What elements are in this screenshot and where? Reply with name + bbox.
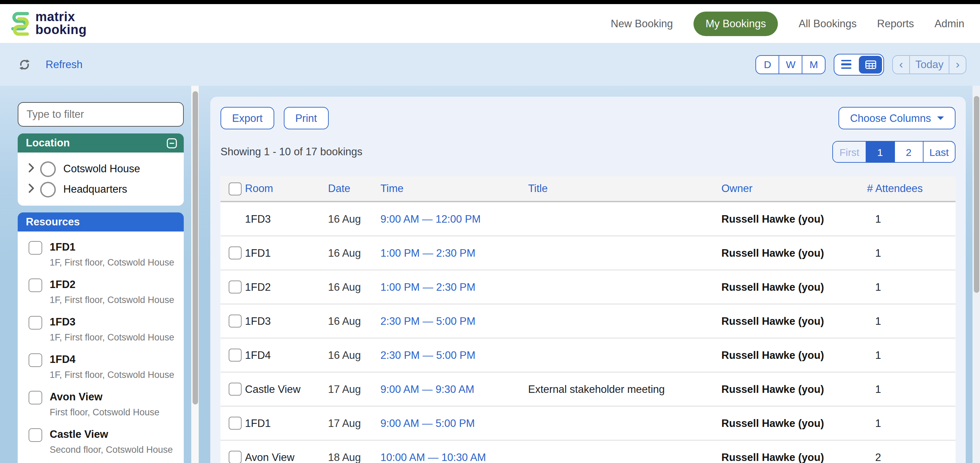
cell-owner: Russell Hawke (you) xyxy=(721,213,867,225)
next-button[interactable]: › xyxy=(950,56,966,73)
resource-checkbox[interactable] xyxy=(29,353,42,367)
page-scrollbar-thumb[interactable] xyxy=(974,96,979,293)
cell-room: 1FD4 xyxy=(245,349,328,361)
row-checkbox[interactable] xyxy=(229,349,242,362)
app-window: matrix booking New BookingMy BookingsAll… xyxy=(0,0,980,463)
bookings-panel: Export Print Choose Columns Showing 1 - … xyxy=(210,97,966,463)
resources-panel-body: 1FD11F, First floor, Cotswold House1FD21… xyxy=(18,232,184,463)
nav-item-new-booking[interactable]: New Booking xyxy=(611,18,673,30)
table-row: 1FD216 Aug1:00 PM — 2:30 PMRussell Hawke… xyxy=(221,270,956,304)
row-select-cell xyxy=(221,246,245,259)
cell-time-link[interactable]: 9:00 AM — 5:00 PM xyxy=(380,417,528,429)
location-item-cotswold-house[interactable]: Cotswold House xyxy=(18,159,184,179)
logo-icon xyxy=(10,10,30,37)
view-w-button[interactable]: W xyxy=(780,56,803,73)
pagination: First12Last xyxy=(833,141,956,163)
resource-checkbox[interactable] xyxy=(29,391,42,404)
column-header-title[interactable]: Title xyxy=(528,182,721,195)
page-scrollbar-track[interactable] xyxy=(972,86,980,463)
row-checkbox[interactable] xyxy=(229,451,242,463)
page-first-button: First xyxy=(833,142,866,162)
page-2-button[interactable]: 2 xyxy=(894,142,923,162)
prev-button[interactable]: ‹ xyxy=(893,56,910,73)
cell-time-link[interactable]: 2:30 PM — 5:00 PM xyxy=(380,349,528,361)
resource-checkbox[interactable] xyxy=(29,278,42,292)
location-item-label: Headquarters xyxy=(63,183,127,195)
table-body: 1FD316 Aug9:00 AM — 12:00 PMRussell Hawk… xyxy=(221,202,956,463)
calendar-controls: DWM xyxy=(756,53,966,75)
cell-attendees: 1 xyxy=(867,213,956,225)
nav-item-all-bookings[interactable]: All Bookings xyxy=(799,18,857,30)
filter-input[interactable] xyxy=(18,102,184,127)
resources-panel-header: Resources xyxy=(18,212,184,232)
list-view-button[interactable] xyxy=(835,54,858,75)
resource-checkbox[interactable] xyxy=(29,428,42,442)
export-button[interactable]: Export xyxy=(221,107,274,129)
view-d-button[interactable]: D xyxy=(756,56,780,73)
resource-name: 1FD2 xyxy=(50,278,184,291)
cell-room: Avon View xyxy=(245,451,328,463)
nav-item-reports[interactable]: Reports xyxy=(877,18,914,30)
cell-time-link[interactable]: 1:00 PM — 2:30 PM xyxy=(380,281,528,293)
location-panel-header: Location xyxy=(18,133,184,153)
row-checkbox[interactable] xyxy=(229,281,242,294)
cell-room: 1FD3 xyxy=(245,213,328,225)
row-select-cell xyxy=(221,315,245,327)
column-header-owner[interactable]: Owner xyxy=(721,182,867,195)
row-checkbox[interactable] xyxy=(229,246,242,259)
chevron-right-icon[interactable] xyxy=(28,162,40,175)
resource-checkbox[interactable] xyxy=(29,241,42,255)
resource-detail: 1F, First floor, Cotswold House xyxy=(50,295,184,306)
row-checkbox[interactable] xyxy=(229,315,242,327)
chevron-right-icon[interactable] xyxy=(28,183,40,196)
sidebar-scrollbar-thumb[interactable] xyxy=(192,91,198,404)
select-all-checkbox[interactable] xyxy=(229,182,242,195)
choose-columns-button[interactable]: Choose Columns xyxy=(838,107,956,129)
resource-detail: 1F, First floor, Cotswold House xyxy=(50,370,184,381)
resource-item-castle-view: Castle ViewSecond floor, Cotswold House xyxy=(29,428,184,455)
column-header-time[interactable]: Time xyxy=(380,182,528,195)
resource-name: 1FD1 xyxy=(50,240,184,254)
view-m-button[interactable]: M xyxy=(803,56,825,73)
column-header-date[interactable]: Date xyxy=(328,182,380,195)
resources-panel: Resources 1FD11F, First floor, Cotswold … xyxy=(18,212,184,463)
resource-name: Avon View xyxy=(50,390,184,404)
print-button[interactable]: Print xyxy=(284,107,329,129)
logo-text: matrix booking xyxy=(35,11,87,36)
nav-item-my-bookings[interactable]: My Bookings xyxy=(694,11,778,36)
row-checkbox[interactable] xyxy=(229,383,242,396)
sidebar-scrollbar-track[interactable] xyxy=(191,86,199,463)
grid-view-button[interactable] xyxy=(858,54,884,75)
cell-time-link[interactable]: 1:00 PM — 2:30 PM xyxy=(380,247,528,259)
filter-sidebar: Location Cotswold HouseHeadquarters Reso… xyxy=(18,86,184,463)
refresh-button[interactable]: Refresh xyxy=(18,58,83,70)
resource-detail: 1F, First floor, Cotswold House xyxy=(50,257,184,268)
row-checkbox[interactable] xyxy=(229,417,242,429)
location-radio[interactable] xyxy=(40,161,56,177)
collapse-icon[interactable] xyxy=(166,137,178,149)
cell-time-link[interactable]: 10:00 AM — 10:30 AM xyxy=(380,451,528,463)
cell-time-link[interactable]: 9:00 AM — 9:30 AM xyxy=(380,383,528,395)
page-last-button[interactable]: Last xyxy=(923,142,955,162)
page-1-button[interactable]: 1 xyxy=(866,142,894,162)
cell-time-link[interactable]: 2:30 PM — 5:00 PM xyxy=(380,315,528,327)
location-item-label: Cotswold House xyxy=(63,163,140,175)
resource-name: 1FD3 xyxy=(50,315,184,329)
today-button[interactable]: Today xyxy=(910,56,950,73)
resource-item-avon-view: Avon ViewFirst floor, Cotswold House xyxy=(29,390,184,418)
location-radio[interactable] xyxy=(40,182,56,197)
column-header-attendees[interactable]: # Attendees xyxy=(867,182,956,195)
nav-item-admin[interactable]: Admin xyxy=(934,18,964,30)
cell-date: 16 Aug xyxy=(328,213,380,225)
table-row: 1FD416 Aug2:30 PM — 5:00 PMRussell Hawke… xyxy=(221,338,956,372)
location-item-headquarters[interactable]: Headquarters xyxy=(18,180,184,199)
cell-time-link[interactable]: 9:00 AM — 12:00 PM xyxy=(380,213,528,225)
resource-checkbox[interactable] xyxy=(29,316,42,330)
top-navigation: New BookingMy BookingsAll BookingsReport… xyxy=(611,11,964,36)
column-header-room[interactable]: Room xyxy=(245,182,328,195)
list-icon xyxy=(841,59,851,69)
cell-owner: Russell Hawke (you) xyxy=(721,383,867,395)
view-toggle-group xyxy=(834,53,885,75)
resource-detail: Second floor, Cotswold House xyxy=(50,445,184,455)
header-select-all-cell xyxy=(221,182,245,195)
